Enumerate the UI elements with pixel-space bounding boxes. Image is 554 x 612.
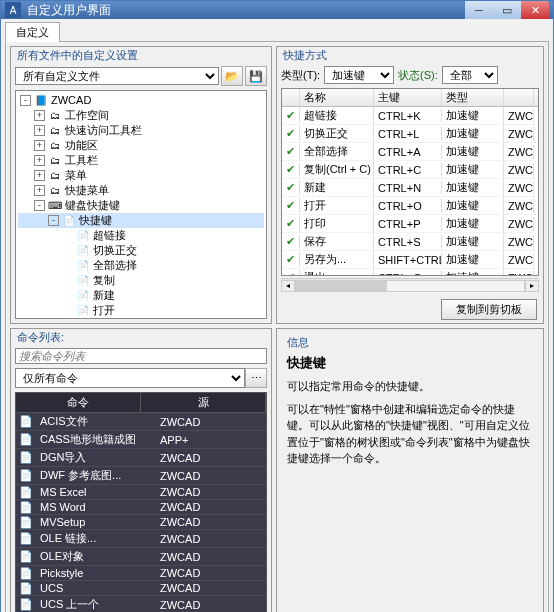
shortcut-row[interactable]: ✔切换正交CTRL+L加速键ZWC <box>282 125 538 143</box>
tree-node[interactable]: +🗂快速访问工具栏 <box>18 123 264 138</box>
expand-icon[interactable]: - <box>48 215 59 226</box>
node-label: 工作空间 <box>65 108 109 123</box>
check-icon: ✔ <box>282 270 300 276</box>
scroll-right-icon[interactable]: ▸ <box>525 280 539 292</box>
shortcut-table-head: 名称 主键 类型 <box>282 89 538 107</box>
shortcut-hscroll[interactable]: ◂ ▸ <box>281 278 539 292</box>
node-icon: 🗂 <box>48 124 62 138</box>
cmd-icon: 📄 <box>16 486 36 499</box>
expand-icon[interactable]: + <box>34 110 45 121</box>
tree-node[interactable]: 📄打开 <box>18 303 264 318</box>
status-label: 状态(S): <box>398 68 438 83</box>
node-icon: 📄 <box>76 319 90 320</box>
command-row[interactable]: 📄MS WordZWCAD <box>16 500 266 515</box>
expand-icon[interactable]: + <box>34 155 45 166</box>
tree-node[interactable]: 📄复制 <box>18 273 264 288</box>
check-icon: ✔ <box>282 216 300 231</box>
cmd-icon: 📄 <box>16 501 36 514</box>
tree-node[interactable]: -⌨键盘快捷键 <box>18 198 264 213</box>
app-icon: A <box>5 2 21 18</box>
node-icon: 🗂 <box>48 139 62 153</box>
save-file-button[interactable]: 💾 <box>245 66 267 86</box>
command-row[interactable]: 📄ACIS文件ZWCAD <box>16 413 266 431</box>
file-select[interactable]: 所有自定义文件 <box>15 67 219 85</box>
tree-node[interactable]: +🗂菜单 <box>18 168 264 183</box>
shortcut-row[interactable]: ✔复制(Ctrl + C)CTRL+C加速键ZWC <box>282 161 538 179</box>
command-row[interactable]: 📄OLE 链接...ZWCAD <box>16 530 266 548</box>
status-select[interactable]: 全部 <box>442 66 498 84</box>
expand-icon[interactable]: + <box>34 125 45 136</box>
type-select[interactable]: 加速键 <box>324 66 394 84</box>
tree-node[interactable]: 📄超链接 <box>18 228 264 243</box>
open-file-button[interactable]: 📂 <box>221 66 243 86</box>
shortcut-table[interactable]: 名称 主键 类型 ✔超链接CTRL+K加速键ZWC✔切换正交CTRL+L加速键Z… <box>281 88 539 276</box>
expand-icon[interactable]: + <box>34 170 45 181</box>
minimize-button[interactable]: ─ <box>465 1 493 19</box>
tree-node[interactable]: 📄切换正交 <box>18 243 264 258</box>
command-row[interactable]: 📄UCS 上一个ZWCAD <box>16 596 266 612</box>
tree-node[interactable]: 📄全部选择 <box>18 258 264 273</box>
command-row[interactable]: 📄MVSetupZWCAD <box>16 515 266 530</box>
expand-icon[interactable]: - <box>20 95 31 106</box>
node-icon: 📄 <box>76 244 90 258</box>
cmd-icon: 📄 <box>16 433 36 446</box>
tree-node[interactable]: 📄新建 <box>18 288 264 303</box>
expand-icon[interactable]: + <box>34 185 45 196</box>
check-icon: ✔ <box>282 162 300 177</box>
shortcut-row[interactable]: ✔新建CTRL+N加速键ZWC <box>282 179 538 197</box>
tree-node[interactable]: -📘ZWCAD <box>18 93 264 108</box>
node-icon: 📄 <box>76 304 90 318</box>
copy-clipboard-button[interactable]: 复制到剪切板 <box>441 299 537 320</box>
node-label: ZWCAD <box>51 93 91 108</box>
cmd-icon: 📄 <box>16 516 36 529</box>
node-label: 超链接 <box>93 228 126 243</box>
node-label: 全部选择 <box>93 258 137 273</box>
expand-icon[interactable]: + <box>34 140 45 151</box>
node-icon: ⌨ <box>48 199 62 213</box>
command-row[interactable]: 📄DGN导入ZWCAD <box>16 449 266 467</box>
command-table[interactable]: 命令源 📄ACIS文件ZWCAD📄CASS地形地籍成图APP+📄DGN导入ZWC… <box>15 392 267 612</box>
titlebar[interactable]: A 自定义用户界面 ─ ▭ ✕ <box>1 1 553 19</box>
node-label: 功能区 <box>65 138 98 153</box>
filter-icon-button[interactable]: ⋯ <box>245 368 267 388</box>
command-row[interactable]: 📄DWF 参考底图...ZWCAD <box>16 467 266 485</box>
command-row[interactable]: 📄CASS地形地籍成图APP+ <box>16 431 266 449</box>
command-row[interactable]: 📄PickstyleZWCAD <box>16 566 266 581</box>
shortcut-row[interactable]: ✔全部选择CTRL+A加速键ZWC <box>282 143 538 161</box>
command-row[interactable]: 📄UCSZWCAD <box>16 581 266 596</box>
tree-node[interactable]: +🗂工作空间 <box>18 108 264 123</box>
shortcut-row[interactable]: ✔保存CTRL+S加速键ZWC <box>282 233 538 251</box>
check-icon: ✔ <box>282 108 300 123</box>
check-icon: ✔ <box>282 126 300 141</box>
command-row[interactable]: 📄MS ExcelZWCAD <box>16 485 266 500</box>
shortcut-row[interactable]: ✔打开CTRL+O加速键ZWC <box>282 197 538 215</box>
settings-tree[interactable]: -📘ZWCAD+🗂工作空间+🗂快速访问工具栏+🗂功能区+🗂工具栏+🗂菜单+🗂快捷… <box>15 90 267 319</box>
settings-panel: 所有文件中的自定义设置 所有自定义文件 📂 💾 -📘ZWCAD+🗂工作空间+🗂快… <box>10 46 272 324</box>
maximize-button[interactable]: ▭ <box>493 1 521 19</box>
shortcut-row[interactable]: ✔超链接CTRL+K加速键ZWC <box>282 107 538 125</box>
command-title: 命令列表: <box>11 329 271 346</box>
window-title: 自定义用户界面 <box>27 2 465 19</box>
tree-node[interactable]: +🗂功能区 <box>18 138 264 153</box>
expand-icon[interactable]: - <box>34 200 45 211</box>
node-icon: 🗂 <box>48 154 62 168</box>
check-icon: ✔ <box>282 144 300 159</box>
node-icon: 📘 <box>34 94 48 108</box>
shortcut-row[interactable]: ✔另存为...SHIFT+CTRL+S加速键ZWC <box>282 251 538 269</box>
shortcut-row[interactable]: ✔退出CTRL+Q加速键ZWC <box>282 269 538 276</box>
command-search-input[interactable] <box>15 348 267 364</box>
command-row[interactable]: 📄OLE对象ZWCAD <box>16 548 266 566</box>
scroll-left-icon[interactable]: ◂ <box>281 280 295 292</box>
command-filter-select[interactable]: 仅所有命令 <box>15 368 245 388</box>
tree-node[interactable]: +🗂工具栏 <box>18 153 264 168</box>
tree-node[interactable]: +🗂快捷菜单 <box>18 183 264 198</box>
node-label: 切换正交 <box>93 243 137 258</box>
command-panel: 命令列表: 仅所有命令 ⋯ 命令源 📄ACIS文件ZWCAD📄CASS地形地籍成… <box>10 328 272 612</box>
info-title: 信息 <box>287 335 533 354</box>
tree-node[interactable]: -📄快捷键 <box>18 213 264 228</box>
shortcut-row[interactable]: ✔打印CTRL+P加速键ZWC <box>282 215 538 233</box>
tree-node[interactable]: 📄打印 <box>18 318 264 319</box>
close-button[interactable]: ✕ <box>521 1 549 19</box>
info-heading: 快捷键 <box>287 354 533 372</box>
tab-customize[interactable]: 自定义 <box>5 22 60 42</box>
